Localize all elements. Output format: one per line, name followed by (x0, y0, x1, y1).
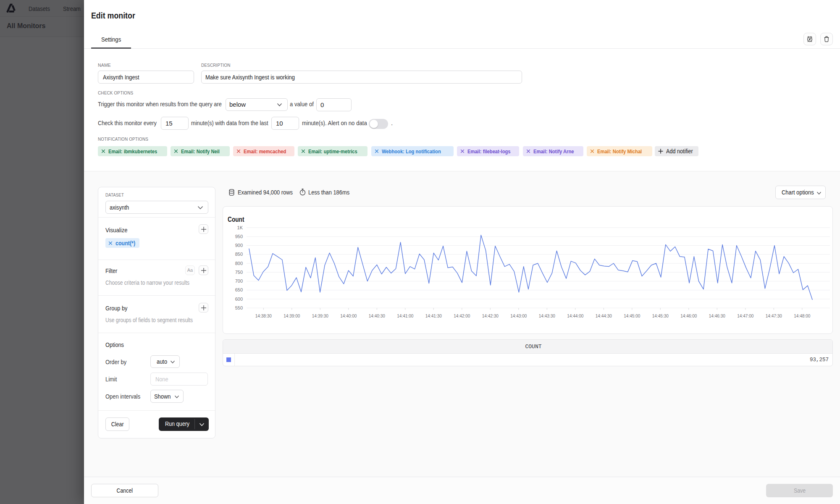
svg-text:800: 800 (235, 261, 243, 266)
svg-text:14:40:00: 14:40:00 (340, 313, 357, 318)
svg-text:14:46:00: 14:46:00 (680, 313, 697, 318)
svg-text:650: 650 (235, 287, 243, 292)
svg-text:14:42:00: 14:42:00 (454, 313, 470, 318)
svg-text:900: 900 (235, 243, 243, 248)
svg-text:1K: 1K (237, 225, 243, 230)
svg-text:14:45:00: 14:45:00 (624, 313, 640, 318)
svg-text:14:47:30: 14:47:30 (766, 313, 782, 318)
svg-text:14:41:30: 14:41:30 (425, 313, 442, 318)
svg-text:14:46:30: 14:46:30 (709, 313, 725, 318)
svg-text:14:44:00: 14:44:00 (567, 313, 583, 318)
svg-text:850: 850 (235, 252, 243, 257)
svg-text:14:42:30: 14:42:30 (482, 313, 499, 318)
svg-text:14:43:00: 14:43:00 (510, 313, 527, 318)
svg-text:14:39:00: 14:39:00 (284, 313, 300, 318)
svg-text:14:40:30: 14:40:30 (369, 313, 385, 318)
svg-text:700: 700 (235, 278, 243, 284)
svg-text:950: 950 (235, 234, 243, 239)
svg-text:14:38:30: 14:38:30 (255, 313, 272, 318)
svg-text:14:43:30: 14:43:30 (539, 313, 555, 318)
svg-text:750: 750 (235, 270, 243, 275)
svg-text:14:39:30: 14:39:30 (312, 313, 328, 318)
svg-text:14:41:00: 14:41:00 (397, 313, 413, 318)
svg-text:14:47:00: 14:47:00 (737, 313, 753, 318)
svg-text:14:48:00: 14:48:00 (794, 313, 810, 318)
svg-text:550: 550 (235, 305, 243, 310)
svg-text:14:45:30: 14:45:30 (652, 313, 669, 318)
svg-text:600: 600 (235, 297, 243, 302)
svg-text:14:44:30: 14:44:30 (596, 313, 612, 318)
